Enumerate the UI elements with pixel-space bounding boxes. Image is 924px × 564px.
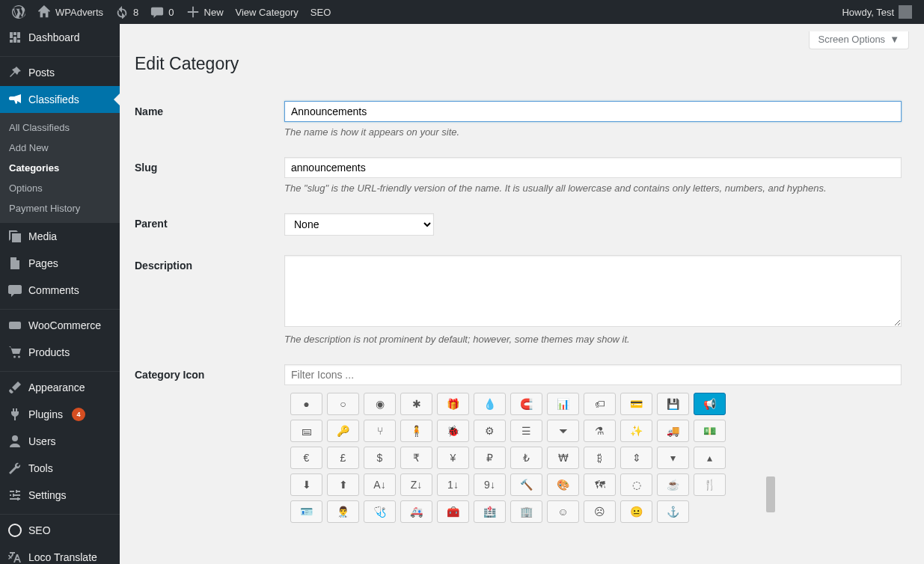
menu-users[interactable]: Users: [0, 428, 120, 455]
icon-tint[interactable]: 💧: [474, 393, 506, 415]
icon-jpy[interactable]: ¥: [437, 447, 469, 469]
icon-eur[interactable]: €: [290, 447, 322, 469]
menu-posts[interactable]: Posts: [0, 59, 120, 86]
icon-btc[interactable]: ₿: [584, 447, 616, 469]
name-help: The name is how it appears on your site.: [284, 126, 902, 138]
view-category[interactable]: View Category: [230, 0, 305, 24]
icon-spinner[interactable]: ◌: [620, 473, 652, 496]
icon-hammer[interactable]: 🔨: [510, 473, 542, 496]
sub-categories[interactable]: Categories: [0, 158, 120, 178]
sub-options[interactable]: Options: [0, 178, 120, 198]
icon-anchor[interactable]: ⚓: [657, 500, 689, 523]
menu-media[interactable]: Media: [0, 223, 120, 250]
icon-sort-up[interactable]: ▴: [694, 447, 726, 469]
updates[interactable]: 8: [109, 0, 144, 24]
icon-money[interactable]: 💵: [694, 420, 726, 442]
icon-stethoscope[interactable]: 🩺: [364, 500, 396, 523]
icon-frown[interactable]: ☹: [584, 500, 616, 523]
menu-appearance[interactable]: Appearance: [0, 374, 120, 401]
icon-child[interactable]: 🧍: [400, 420, 432, 442]
icon-tag[interactable]: 🏷: [584, 393, 616, 415]
name-input[interactable]: [284, 101, 902, 122]
page-icon: [7, 256, 22, 271]
icon-sort-number-up[interactable]: 9↓: [474, 473, 506, 496]
icon-magnet[interactable]: 🧲: [510, 393, 542, 415]
icon-try[interactable]: ₺: [510, 447, 542, 469]
icon-bar-chart[interactable]: 📊: [547, 393, 579, 415]
submenu-classifieds: All Classifieds Add New Categories Optio…: [0, 113, 120, 223]
menu-dashboard[interactable]: Dashboard: [0, 24, 120, 51]
icon-circle-o[interactable]: ○: [327, 393, 359, 415]
menu-comments[interactable]: Comments: [0, 277, 120, 304]
icon-building[interactable]: 🏢: [510, 500, 542, 523]
icon-krw[interactable]: ₩: [547, 447, 579, 469]
site-name[interactable]: WPAdverts: [31, 0, 109, 24]
icon-gift[interactable]: 🎁: [437, 393, 469, 415]
icon-sort-name-down[interactable]: ⬇: [290, 473, 322, 496]
icon-gbp[interactable]: £: [327, 447, 359, 469]
menu-loco[interactable]: Loco Translate: [0, 544, 120, 564]
my-account[interactable]: Howdy, Test: [836, 0, 918, 24]
icon-bug[interactable]: 🐞: [437, 420, 469, 442]
icon-sort-number-down[interactable]: 1↓: [437, 473, 469, 496]
icon-medkit[interactable]: 🧰: [437, 500, 469, 523]
sub-payment-history[interactable]: Payment History: [0, 198, 120, 218]
icon-dot-circle[interactable]: ◉: [364, 393, 396, 415]
icon-fork[interactable]: ⑂: [364, 420, 396, 442]
icon-id[interactable]: 🪪: [290, 500, 322, 523]
icon-floppy[interactable]: 💾: [657, 393, 689, 415]
icon-key[interactable]: 🔑: [327, 420, 359, 442]
icon-sitemap[interactable]: 🗺: [584, 473, 616, 496]
wp-logo[interactable]: [6, 0, 31, 24]
sub-add-new[interactable]: Add New: [0, 138, 120, 158]
icon-ambulance[interactable]: 🚑: [400, 500, 432, 523]
menu-pages[interactable]: Pages: [0, 250, 120, 277]
icon-filter[interactable]: ⏷: [547, 420, 579, 442]
menu-products[interactable]: Products: [0, 339, 120, 366]
screen-options-toggle[interactable]: Screen Options ▼: [809, 31, 909, 49]
icon-cog[interactable]: ⚙: [474, 420, 506, 442]
menu-classifieds[interactable]: Classifieds: [0, 86, 120, 113]
menu-plugins[interactable]: Plugins4: [0, 401, 120, 428]
seo-menu[interactable]: SEO: [305, 0, 337, 24]
icon-hospital[interactable]: 🏥: [474, 500, 506, 523]
parent-select[interactable]: None: [284, 213, 434, 236]
icon-sort[interactable]: ⇕: [620, 447, 652, 469]
icon-magic[interactable]: ✨: [620, 420, 652, 442]
menu-tools[interactable]: Tools: [0, 455, 120, 482]
icon-flask[interactable]: ⚗: [584, 420, 616, 442]
icon-hdd[interactable]: 🖴: [290, 420, 322, 442]
menu-seo[interactable]: SEO: [0, 517, 120, 544]
icon-credit-card[interactable]: 💳: [620, 393, 652, 415]
description-textarea[interactable]: [284, 255, 902, 327]
comments-icon: [7, 283, 22, 298]
icon-usd[interactable]: $: [364, 447, 396, 469]
sub-all-classifieds[interactable]: All Classifieds: [0, 117, 120, 138]
comments-bubble[interactable]: 0: [144, 0, 180, 24]
icon-coffee[interactable]: ☕: [657, 473, 689, 496]
icon-filter-input[interactable]: [284, 364, 902, 385]
icon-meh[interactable]: 😐: [620, 500, 652, 523]
icon-sort-alt-down[interactable]: A↓: [364, 473, 396, 496]
menu-settings[interactable]: Settings: [0, 482, 120, 509]
icon-rub[interactable]: ₽: [474, 447, 506, 469]
icon-sort-name-up[interactable]: ⬆: [327, 473, 359, 496]
icon-bullhorn[interactable]: 📢: [694, 393, 726, 415]
plus-icon: [186, 5, 200, 19]
icon-smile[interactable]: ☺: [547, 500, 579, 523]
menu-woocommerce[interactable]: WooCommerce: [0, 312, 120, 339]
icon-palette[interactable]: 🎨: [547, 473, 579, 496]
icon-circle[interactable]: ●: [290, 393, 322, 415]
icon-sort-down[interactable]: ▾: [657, 447, 689, 469]
scrollbar[interactable]: [765, 385, 777, 548]
icon-truck[interactable]: 🚚: [657, 420, 689, 442]
new-content[interactable]: New: [180, 0, 230, 24]
name-label: Name: [135, 92, 284, 148]
icon-inr[interactable]: ₹: [400, 447, 432, 469]
icon-user-md[interactable]: 👨‍⚕️: [327, 500, 359, 523]
icon-asterisk[interactable]: ✱: [400, 393, 432, 415]
icon-list[interactable]: ☰: [510, 420, 542, 442]
icon-sort-alt-up[interactable]: Z↓: [400, 473, 432, 496]
icon-food[interactable]: 🍴: [694, 473, 726, 496]
slug-input[interactable]: [284, 157, 902, 178]
